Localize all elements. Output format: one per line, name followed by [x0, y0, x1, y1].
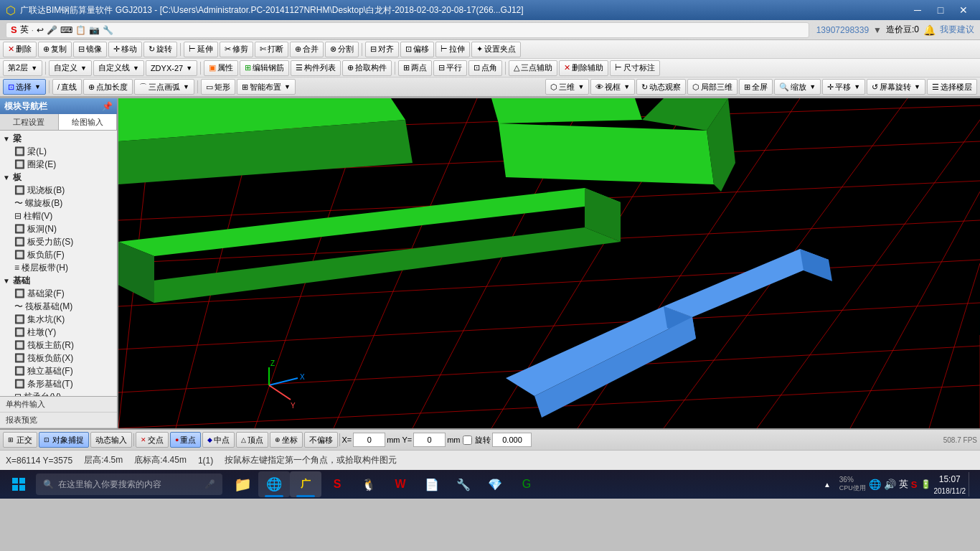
single-component-btn[interactable]: 单构件输入	[0, 397, 117, 413]
taskbar-item-extra3[interactable]: G	[511, 471, 542, 497]
rotate-input[interactable]	[492, 433, 532, 447]
taskbar-item-extra2[interactable]: 💎	[479, 471, 511, 497]
tree-category-beam[interactable]: ▼梁	[0, 132, 117, 145]
tree-item-pilecap[interactable]: ⊟ 桩承台(V)	[0, 390, 117, 396]
midpoint-button[interactable]: ◆ 中点	[202, 432, 235, 448]
custom-line-select[interactable]: 自定义线▼	[93, 60, 144, 76]
point-angle-button[interactable]: ⊡ 点角	[468, 60, 502, 76]
select-button[interactable]: ⊡ 选择▼	[3, 79, 46, 95]
tree-category-slab[interactable]: ▼板	[0, 171, 117, 184]
sogou-keyboard[interactable]: ⌨	[60, 25, 72, 35]
cost-value[interactable]: 造价豆:0	[886, 24, 919, 36]
two-point-button[interactable]: ⊞ 两点	[398, 60, 432, 76]
delete-aux-button[interactable]: ✕ 删除辅助	[559, 60, 608, 76]
taskbar-item-pdf[interactable]: 📄	[416, 471, 448, 497]
taskbar-item-ggj[interactable]: 广	[290, 471, 321, 497]
tree-item-spiralslab[interactable]: 〜 螺旋板(B)	[0, 197, 117, 209]
tray-sound[interactable]: 🔊	[884, 479, 896, 490]
tree-item-foundbeam[interactable]: 🔲 基础梁(F)	[0, 287, 117, 300]
tree-item-raftmain[interactable]: 🔲 筏板主筋(R)	[0, 339, 117, 352]
tab-engineering[interactable]: 工程设置	[0, 114, 59, 130]
coord-button[interactable]: ⊕ 坐标	[270, 432, 303, 448]
tree-item-colpedestal[interactable]: 🔲 柱墩(Y)	[0, 326, 117, 339]
viewport[interactable]: X Y Z	[118, 98, 980, 428]
merge-button[interactable]: ⊕ 合并	[290, 42, 324, 57]
three-point-aux-button[interactable]: △ 三点辅助	[509, 60, 557, 76]
custom-select[interactable]: 自定义▼	[49, 60, 92, 76]
taskbar-item-wps[interactable]: W	[385, 471, 416, 497]
tree-item-beam-l[interactable]: 🔲 梁(L)	[0, 145, 117, 158]
screen-rotate-button[interactable]: ↺ 屏幕旋转▼	[867, 79, 925, 95]
want-btn[interactable]: 我要建议	[940, 24, 974, 36]
rect-button[interactable]: ▭ 矩形	[201, 79, 235, 95]
intersection-button[interactable]: ✕ 交点	[136, 432, 169, 448]
y-input[interactable]	[413, 433, 446, 447]
restore-button[interactable]: □	[930, 3, 951, 17]
offset-button[interactable]: ⊡ 偏移	[400, 42, 434, 57]
tree-item-slabstress[interactable]: 🔲 板受力筋(S)	[0, 235, 117, 248]
tree-item-colcap[interactable]: ⊟ 柱帽(V)	[0, 209, 117, 222]
report-preview-btn[interactable]: 报表预览	[0, 413, 117, 428]
tree-item-circlebeam[interactable]: 🔲 圈梁(E)	[0, 158, 117, 171]
tray-battery[interactable]: 🔋	[920, 479, 931, 489]
tray-network[interactable]: 🌐	[869, 479, 881, 490]
tree-item-floorband[interactable]: ≡ 楼层板带(H)	[0, 261, 117, 274]
edit-rebar-button[interactable]: ⊞ 编辑钢筋	[240, 60, 289, 76]
split-button[interactable]: ⊗ 分割	[325, 42, 359, 57]
taskbar-item-sogou[interactable]: S	[321, 471, 353, 497]
tree-item-slabnegg[interactable]: 🔲 板负筋(F)	[0, 248, 117, 261]
align-button[interactable]: ⊟ 对齐	[365, 42, 399, 57]
sogou-clipboard[interactable]: 📋	[75, 25, 86, 35]
tree-item-raftneg[interactable]: 🔲 筏板负筋(X)	[0, 352, 117, 364]
tree-item-sumppit[interactable]: 🔲 集水坑(K)	[0, 313, 117, 326]
taskbar-item-extra1[interactable]: 🔧	[448, 471, 479, 497]
tree-item-stripfound[interactable]: 🔲 条形基础(T)	[0, 377, 117, 390]
taskbar-item-qq[interactable]: 🐧	[353, 471, 385, 497]
dynamic-input-button[interactable]: 动态输入	[90, 432, 132, 448]
3d-view-button[interactable]: ⬡ 三维▼	[545, 79, 589, 95]
delete-button[interactable]: ✕ 删除	[3, 42, 37, 57]
rotate-checkbox[interactable]	[463, 435, 472, 445]
extend-button[interactable]: ⊢ 延伸	[184, 42, 218, 57]
tree-category-foundation[interactable]: ▼基础	[0, 274, 117, 287]
tab-drawing[interactable]: 绘图输入	[59, 114, 118, 130]
smart-layout-button[interactable]: ⊞ 智能布置▼	[237, 79, 296, 95]
x-input[interactable]	[353, 433, 385, 447]
view-button[interactable]: 👁 视框▼	[590, 79, 635, 95]
trim-button[interactable]: ✂ 修剪	[220, 42, 253, 57]
select-layer-button[interactable]: ☰ 选择楼层	[927, 79, 977, 95]
parallel-button[interactable]: ⊟ 平行	[433, 60, 467, 76]
sogou-mic[interactable]: 🎤	[47, 25, 57, 35]
close-button[interactable]: ✕	[953, 3, 974, 17]
fullscreen-button[interactable]: ⊞ 全屏	[739, 79, 773, 95]
code-select[interactable]: ZDYX-27▼	[146, 60, 197, 76]
pan-button[interactable]: ✛ 平移▼	[822, 79, 865, 95]
taskbar-item-firefox[interactable]: 🌐	[258, 471, 290, 497]
start-button[interactable]	[3, 471, 34, 497]
dimension-button[interactable]: ⊢ 尺寸标注	[610, 60, 660, 76]
tree-item-slabhole[interactable]: 🔲 板洞(N)	[0, 222, 117, 235]
panel-pin[interactable]: 📌	[102, 101, 113, 111]
tray-clock[interactable]: 15:07 2018/11/2	[934, 473, 966, 496]
copy-button[interactable]: ⊕ 复制	[38, 42, 72, 57]
three-arc-button[interactable]: ⌒ 三点画弧▼	[134, 79, 194, 95]
sogou-settings[interactable]: 🔧	[103, 25, 113, 35]
pick-component-button[interactable]: ⊕ 拾取构件	[342, 60, 392, 76]
rotate-button[interactable]: ↻ 旋转	[143, 42, 177, 57]
move-button[interactable]: ✛ 移动	[108, 42, 142, 57]
local-3d-button[interactable]: ⬡ 局部三维	[687, 79, 738, 95]
point-length-button[interactable]: ⊕ 点加长度	[83, 79, 133, 95]
tray-sogou[interactable]: S	[911, 479, 918, 490]
orthogonal-button[interactable]: ⊞ 正交	[3, 432, 37, 448]
object-snap-button[interactable]: ⊡ 对象捕捉	[39, 432, 89, 448]
tray-show-desktop[interactable]	[969, 472, 973, 496]
tree-item-isolatedfound[interactable]: 🔲 独立基础(F)	[0, 364, 117, 377]
user-phone[interactable]: 13907298339	[816, 25, 869, 35]
stretch-button[interactable]: ⊢ 拉伸	[435, 42, 470, 57]
show-more-btn[interactable]: ▲	[821, 481, 834, 489]
taskbar-search[interactable]: 🔍 在这里输入你要搜索的内容 🎤	[36, 474, 222, 495]
break-button[interactable]: ✄ 打断	[255, 42, 288, 57]
component-list-button[interactable]: ☰ 构件列表	[291, 60, 341, 76]
sogou-camera[interactable]: 📷	[89, 25, 100, 35]
vertex-button[interactable]: △ 顶点	[236, 432, 268, 448]
